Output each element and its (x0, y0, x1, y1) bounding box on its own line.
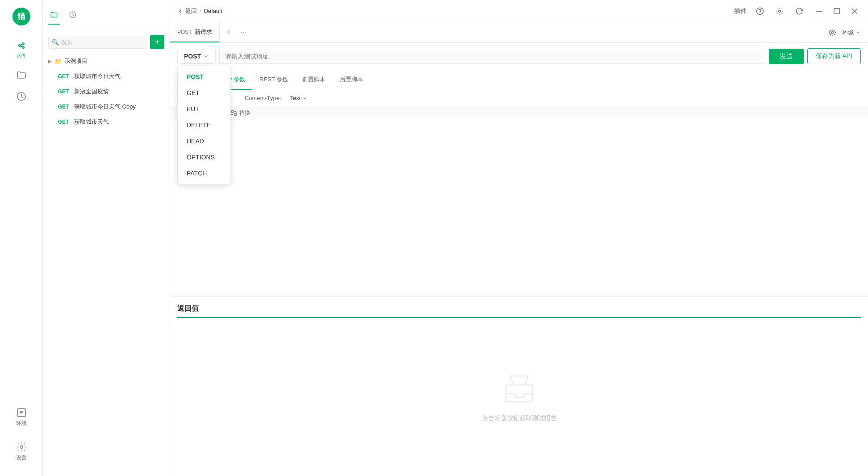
file-tab-history[interactable] (67, 7, 79, 25)
tab-name: 新请求 (195, 28, 212, 36)
svg-point-15 (760, 13, 760, 13)
add-button[interactable]: + (150, 35, 164, 49)
svg-line-5 (21, 44, 22, 45)
breadcrumb: 返回 / Default (177, 7, 222, 15)
list-item[interactable]: GET 获取城市今日天气 Copy (43, 99, 170, 114)
replace-icon (231, 110, 237, 116)
maximize-button[interactable] (830, 5, 843, 17)
svg-point-21 (831, 31, 834, 33)
svg-text:猫: 猫 (17, 12, 26, 21)
top-bar: 返回 / Default 插件 (170, 0, 868, 22)
search-input[interactable] (48, 36, 146, 49)
sidebar-item-env[interactable]: 环境 (0, 402, 42, 433)
svg-rect-17 (816, 11, 822, 12)
url-bar: POST POST GET PUT DELETE HEAD OPTIONS PA… (170, 43, 868, 70)
dropdown-item-put[interactable]: PUT (178, 101, 230, 117)
content-type-value: Text (290, 95, 301, 101)
list-item[interactable]: GET 获取城市天气 (43, 114, 170, 129)
chevron-down-icon (302, 96, 308, 101)
environment-selector[interactable]: 环境 (842, 29, 861, 37)
api-item-name: 获取城市今日天气 (74, 72, 121, 80)
minimize-button[interactable] (813, 5, 825, 17)
breadcrumb-current: Default (204, 8, 222, 14)
dropdown-item-head[interactable]: HEAD (178, 133, 230, 149)
tabs-bar: POST 新请求 + ··· 环境 (170, 22, 868, 43)
svg-rect-25 (232, 111, 234, 113)
svg-point-16 (779, 10, 781, 12)
close-button[interactable] (848, 5, 861, 17)
sidebar-item-settings[interactable]: 设置 (0, 436, 42, 467)
tree-folder-item[interactable]: ▶ 📁 示例项目 (43, 54, 170, 69)
dropdown-item-options[interactable]: OPTIONS (178, 149, 230, 165)
dropdown-item-delete[interactable]: DELETE (178, 117, 230, 133)
request-tabs: 请求体 Query 参数 REST 参数 前置脚本 后置脚本 (170, 70, 868, 90)
dropdown-item-get[interactable]: GET (178, 85, 230, 101)
sidebar-api-label: API (17, 53, 25, 59)
tab-pre-script[interactable]: 前置脚本 (295, 70, 333, 90)
send-button[interactable]: 发送 (769, 49, 804, 64)
file-panel-header (43, 0, 170, 30)
method-dropdown: POST GET PUT DELETE HEAD OPTIONS PATCH (177, 66, 231, 184)
content-type-label: Content-Type: (245, 95, 281, 101)
method-selector: POST POST GET PUT DELETE HEAD OPTIONS PA… (177, 49, 216, 64)
content-type-select[interactable]: Text (290, 95, 308, 101)
empty-state: 点击发送按钮获取测试报告 (177, 325, 861, 469)
list-item[interactable]: GET 获取城市今日天气 (43, 69, 170, 84)
svg-point-12 (20, 446, 23, 448)
tab-post-script[interactable]: 后置脚本 (333, 70, 370, 90)
empty-message: 点击发送按钮获取测试报告 (482, 414, 557, 422)
dropdown-item-post[interactable]: POST (178, 69, 230, 85)
empty-inbox-icon (501, 372, 537, 407)
breadcrumb-separator: / (200, 8, 201, 14)
folder-icon: 📁 (54, 58, 62, 65)
url-input[interactable] (219, 49, 765, 64)
svg-point-2 (19, 45, 21, 46)
chevron-right-icon: ▶ (48, 58, 52, 64)
tab-rest-params[interactable]: REST 参数 (252, 70, 295, 90)
back-button[interactable]: 返回 (177, 7, 197, 15)
file-tab-folder[interactable] (48, 7, 60, 25)
method-badge-get: GET (55, 88, 71, 95)
api-item-name: 获取城市今日天气 Copy (74, 103, 136, 111)
folder-name: 示例项目 (64, 57, 88, 65)
svg-point-14 (757, 8, 764, 14)
editor-area[interactable] (170, 120, 868, 296)
api-item-name: 新冠全国疫情 (74, 88, 109, 96)
request-panel: POST POST GET PUT DELETE HEAD OPTIONS PA… (170, 43, 868, 476)
svg-line-6 (21, 46, 22, 47)
api-item-name: 获取城市天气 (74, 118, 109, 126)
method-button[interactable]: POST (177, 49, 216, 64)
editor-toolbar: 复制 搜索 替换 (170, 106, 868, 120)
active-tab[interactable]: POST 新请求 (170, 22, 220, 42)
replace-label: 替换 (239, 109, 250, 117)
preview-icon[interactable] (826, 26, 839, 39)
app-logo: 猫 (10, 5, 33, 28)
help-icon[interactable] (754, 5, 766, 17)
settings-icon[interactable] (773, 5, 786, 17)
search-icon: 🔍 (52, 39, 59, 46)
sidebar-item-history[interactable] (0, 86, 42, 107)
svg-rect-26 (234, 113, 236, 115)
plugins-button[interactable]: 插件 (734, 7, 747, 15)
sidebar-item-api[interactable]: API (0, 35, 42, 64)
dropdown-item-patch[interactable]: PATCH (178, 165, 230, 181)
sidebar-env-label: 环境 (16, 420, 27, 427)
response-section: 返回值 点击发送按钮获取测试报告 (170, 296, 868, 476)
method-badge-get: GET (55, 73, 71, 80)
env-label: 环境 (842, 29, 854, 37)
svg-rect-18 (834, 8, 839, 14)
refresh-icon[interactable] (793, 5, 805, 17)
method-badge-get: GET (55, 118, 71, 125)
replace-action[interactable]: 替换 (231, 109, 250, 117)
response-title: 返回值 (177, 304, 861, 318)
tab-method: POST (177, 29, 192, 35)
method-label: POST (184, 53, 201, 60)
tab-more-button[interactable]: ··· (237, 22, 250, 42)
sidebar-settings-label: 设置 (16, 454, 27, 462)
new-tab-button[interactable]: + (220, 22, 237, 42)
save-as-api-button[interactable]: 保存为新 API (807, 48, 861, 64)
back-label: 返回 (185, 7, 197, 15)
list-item[interactable]: GET 新冠全国疫情 (43, 84, 170, 99)
sidebar-item-folder[interactable] (0, 64, 42, 86)
svg-point-4 (22, 46, 24, 48)
